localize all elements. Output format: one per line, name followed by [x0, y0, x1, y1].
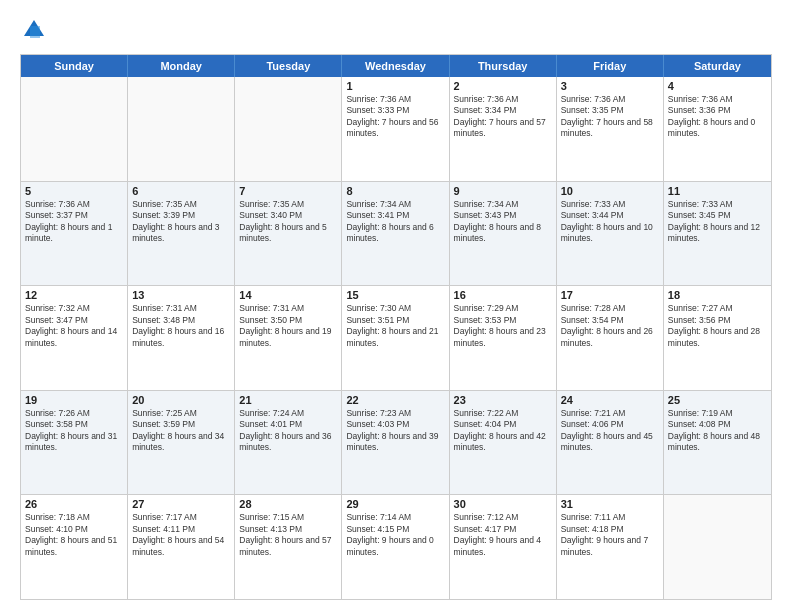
calendar-cell: 3Sunrise: 7:36 AM Sunset: 3:35 PM Daylig…	[557, 77, 664, 181]
weekday-header: Tuesday	[235, 55, 342, 77]
day-number: 30	[454, 498, 552, 510]
calendar-cell: 31Sunrise: 7:11 AM Sunset: 4:18 PM Dayli…	[557, 495, 664, 599]
calendar-cell: 23Sunrise: 7:22 AM Sunset: 4:04 PM Dayli…	[450, 391, 557, 495]
cell-text: Sunrise: 7:31 AM Sunset: 3:50 PM Dayligh…	[239, 303, 337, 349]
weekday-header: Friday	[557, 55, 664, 77]
calendar-cell	[128, 77, 235, 181]
cell-text: Sunrise: 7:33 AM Sunset: 3:44 PM Dayligh…	[561, 199, 659, 245]
weekday-header: Monday	[128, 55, 235, 77]
cell-text: Sunrise: 7:17 AM Sunset: 4:11 PM Dayligh…	[132, 512, 230, 558]
calendar-cell: 26Sunrise: 7:18 AM Sunset: 4:10 PM Dayli…	[21, 495, 128, 599]
day-number: 9	[454, 185, 552, 197]
calendar-cell: 25Sunrise: 7:19 AM Sunset: 4:08 PM Dayli…	[664, 391, 771, 495]
calendar-cell: 17Sunrise: 7:28 AM Sunset: 3:54 PM Dayli…	[557, 286, 664, 390]
calendar-cell: 14Sunrise: 7:31 AM Sunset: 3:50 PM Dayli…	[235, 286, 342, 390]
day-number: 3	[561, 80, 659, 92]
page: SundayMondayTuesdayWednesdayThursdayFrid…	[0, 0, 792, 612]
day-number: 6	[132, 185, 230, 197]
calendar-cell: 21Sunrise: 7:24 AM Sunset: 4:01 PM Dayli…	[235, 391, 342, 495]
cell-text: Sunrise: 7:30 AM Sunset: 3:51 PM Dayligh…	[346, 303, 444, 349]
cell-text: Sunrise: 7:25 AM Sunset: 3:59 PM Dayligh…	[132, 408, 230, 454]
cell-text: Sunrise: 7:35 AM Sunset: 3:39 PM Dayligh…	[132, 199, 230, 245]
cell-text: Sunrise: 7:36 AM Sunset: 3:34 PM Dayligh…	[454, 94, 552, 140]
day-number: 24	[561, 394, 659, 406]
calendar-row: 19Sunrise: 7:26 AM Sunset: 3:58 PM Dayli…	[21, 390, 771, 495]
calendar-cell	[664, 495, 771, 599]
cell-text: Sunrise: 7:26 AM Sunset: 3:58 PM Dayligh…	[25, 408, 123, 454]
day-number: 15	[346, 289, 444, 301]
day-number: 1	[346, 80, 444, 92]
calendar-cell: 30Sunrise: 7:12 AM Sunset: 4:17 PM Dayli…	[450, 495, 557, 599]
day-number: 12	[25, 289, 123, 301]
weekday-header: Sunday	[21, 55, 128, 77]
calendar-row: 5Sunrise: 7:36 AM Sunset: 3:37 PM Daylig…	[21, 181, 771, 286]
calendar-cell: 19Sunrise: 7:26 AM Sunset: 3:58 PM Dayli…	[21, 391, 128, 495]
cell-text: Sunrise: 7:24 AM Sunset: 4:01 PM Dayligh…	[239, 408, 337, 454]
day-number: 4	[668, 80, 767, 92]
day-number: 22	[346, 394, 444, 406]
cell-text: Sunrise: 7:35 AM Sunset: 3:40 PM Dayligh…	[239, 199, 337, 245]
day-number: 19	[25, 394, 123, 406]
cell-text: Sunrise: 7:33 AM Sunset: 3:45 PM Dayligh…	[668, 199, 767, 245]
day-number: 27	[132, 498, 230, 510]
calendar-header: SundayMondayTuesdayWednesdayThursdayFrid…	[21, 55, 771, 77]
calendar-cell: 10Sunrise: 7:33 AM Sunset: 3:44 PM Dayli…	[557, 182, 664, 286]
logo-icon	[20, 16, 48, 44]
day-number: 8	[346, 185, 444, 197]
day-number: 13	[132, 289, 230, 301]
logo	[20, 16, 52, 44]
cell-text: Sunrise: 7:12 AM Sunset: 4:17 PM Dayligh…	[454, 512, 552, 558]
calendar-cell: 24Sunrise: 7:21 AM Sunset: 4:06 PM Dayli…	[557, 391, 664, 495]
calendar-cell: 11Sunrise: 7:33 AM Sunset: 3:45 PM Dayli…	[664, 182, 771, 286]
weekday-header: Thursday	[450, 55, 557, 77]
calendar-cell: 28Sunrise: 7:15 AM Sunset: 4:13 PM Dayli…	[235, 495, 342, 599]
day-number: 5	[25, 185, 123, 197]
day-number: 29	[346, 498, 444, 510]
day-number: 21	[239, 394, 337, 406]
calendar-row: 1Sunrise: 7:36 AM Sunset: 3:33 PM Daylig…	[21, 77, 771, 181]
weekday-header: Saturday	[664, 55, 771, 77]
day-number: 14	[239, 289, 337, 301]
day-number: 11	[668, 185, 767, 197]
calendar-cell: 5Sunrise: 7:36 AM Sunset: 3:37 PM Daylig…	[21, 182, 128, 286]
calendar-cell: 2Sunrise: 7:36 AM Sunset: 3:34 PM Daylig…	[450, 77, 557, 181]
calendar-cell: 29Sunrise: 7:14 AM Sunset: 4:15 PM Dayli…	[342, 495, 449, 599]
cell-text: Sunrise: 7:36 AM Sunset: 3:33 PM Dayligh…	[346, 94, 444, 140]
header	[20, 16, 772, 44]
cell-text: Sunrise: 7:27 AM Sunset: 3:56 PM Dayligh…	[668, 303, 767, 349]
calendar-body: 1Sunrise: 7:36 AM Sunset: 3:33 PM Daylig…	[21, 77, 771, 599]
cell-text: Sunrise: 7:32 AM Sunset: 3:47 PM Dayligh…	[25, 303, 123, 349]
cell-text: Sunrise: 7:34 AM Sunset: 3:41 PM Dayligh…	[346, 199, 444, 245]
cell-text: Sunrise: 7:15 AM Sunset: 4:13 PM Dayligh…	[239, 512, 337, 558]
calendar-cell: 22Sunrise: 7:23 AM Sunset: 4:03 PM Dayli…	[342, 391, 449, 495]
day-number: 23	[454, 394, 552, 406]
cell-text: Sunrise: 7:36 AM Sunset: 3:37 PM Dayligh…	[25, 199, 123, 245]
cell-text: Sunrise: 7:19 AM Sunset: 4:08 PM Dayligh…	[668, 408, 767, 454]
cell-text: Sunrise: 7:31 AM Sunset: 3:48 PM Dayligh…	[132, 303, 230, 349]
calendar-row: 26Sunrise: 7:18 AM Sunset: 4:10 PM Dayli…	[21, 494, 771, 599]
calendar-cell: 27Sunrise: 7:17 AM Sunset: 4:11 PM Dayli…	[128, 495, 235, 599]
calendar-cell: 15Sunrise: 7:30 AM Sunset: 3:51 PM Dayli…	[342, 286, 449, 390]
calendar-cell: 4Sunrise: 7:36 AM Sunset: 3:36 PM Daylig…	[664, 77, 771, 181]
day-number: 17	[561, 289, 659, 301]
calendar-cell: 16Sunrise: 7:29 AM Sunset: 3:53 PM Dayli…	[450, 286, 557, 390]
day-number: 16	[454, 289, 552, 301]
day-number: 26	[25, 498, 123, 510]
calendar-cell	[21, 77, 128, 181]
cell-text: Sunrise: 7:21 AM Sunset: 4:06 PM Dayligh…	[561, 408, 659, 454]
calendar-cell: 13Sunrise: 7:31 AM Sunset: 3:48 PM Dayli…	[128, 286, 235, 390]
cell-text: Sunrise: 7:14 AM Sunset: 4:15 PM Dayligh…	[346, 512, 444, 558]
day-number: 7	[239, 185, 337, 197]
calendar-cell: 12Sunrise: 7:32 AM Sunset: 3:47 PM Dayli…	[21, 286, 128, 390]
cell-text: Sunrise: 7:11 AM Sunset: 4:18 PM Dayligh…	[561, 512, 659, 558]
day-number: 18	[668, 289, 767, 301]
day-number: 25	[668, 394, 767, 406]
cell-text: Sunrise: 7:22 AM Sunset: 4:04 PM Dayligh…	[454, 408, 552, 454]
calendar-cell: 9Sunrise: 7:34 AM Sunset: 3:43 PM Daylig…	[450, 182, 557, 286]
cell-text: Sunrise: 7:34 AM Sunset: 3:43 PM Dayligh…	[454, 199, 552, 245]
calendar-cell: 8Sunrise: 7:34 AM Sunset: 3:41 PM Daylig…	[342, 182, 449, 286]
day-number: 31	[561, 498, 659, 510]
calendar-cell	[235, 77, 342, 181]
day-number: 10	[561, 185, 659, 197]
calendar-cell: 1Sunrise: 7:36 AM Sunset: 3:33 PM Daylig…	[342, 77, 449, 181]
